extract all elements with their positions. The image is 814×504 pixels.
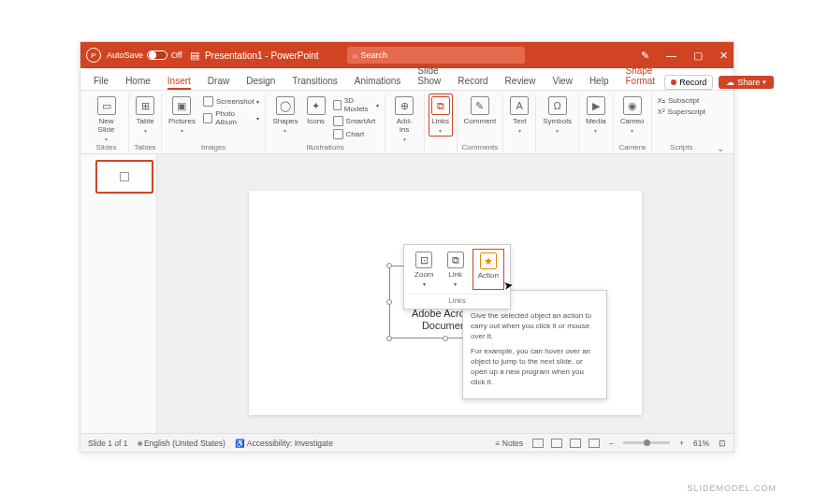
autosave-label: AutoSave (107, 50, 143, 60)
shapes-button[interactable]: ◯Shapes▾ (269, 94, 300, 134)
slide-thumbnail-1[interactable] (95, 160, 153, 194)
thumbnail-pane[interactable]: 1 (80, 154, 157, 433)
toggle-switch[interactable] (147, 50, 167, 60)
table-button[interactable]: ⊞Table▾ (133, 94, 157, 134)
symbols-button[interactable]: ΩSymbols▾ (540, 94, 574, 134)
media-button[interactable]: ▶Media▾ (583, 94, 609, 134)
view-buttons (532, 439, 600, 448)
tab-transitions[interactable]: Transitions (284, 73, 345, 90)
tooltip-text-1: Give the selected object an action to ca… (471, 310, 599, 341)
search-placeholder: Search (361, 50, 388, 60)
group-camera: ◉Cameo▾ Camera (614, 94, 652, 153)
powerpoint-window: P AutoSave Off ▤ Presentation1 - PowerPo… (80, 41, 734, 453)
app-icon: P (86, 48, 101, 63)
language-indicator[interactable]: ⎈ English (United States) (138, 439, 225, 448)
pictures-button[interactable]: ▣Pictures▾ (166, 94, 198, 134)
slideshow-view-button[interactable] (589, 439, 600, 448)
screenshot-button[interactable]: Screenshot▾ (201, 95, 261, 108)
maximize-button[interactable]: ▢ (693, 50, 703, 62)
ribbon-collapse-button[interactable]: ⌄ (711, 143, 730, 153)
group-illustrations: ◯Shapes▾ ✦Icons 3D Models▾ SmartArt Char… (266, 94, 385, 153)
slide-count[interactable]: Slide 1 of 1 (88, 439, 128, 448)
zoom-slider[interactable] (623, 441, 670, 444)
group-tables: ⊞Table▾ Tables (129, 94, 162, 153)
3dmodels-button[interactable]: 3D Models▾ (331, 95, 381, 114)
subscript-button[interactable]: X₂Subscript (656, 95, 707, 106)
text-button[interactable]: AText▾ (507, 94, 531, 134)
accessibility-indicator[interactable]: ♿ Accessibility: Investigate (235, 439, 333, 448)
icons-button[interactable]: ✦Icons (304, 94, 328, 125)
links-button[interactable]: ⧉Links▾ (429, 94, 453, 137)
resize-handle[interactable] (386, 336, 392, 341)
autosave-state: Off (171, 50, 182, 60)
search-icon: ⌕ (353, 50, 357, 60)
sorter-view-button[interactable] (551, 439, 562, 448)
minimize-button[interactable]: — (666, 50, 676, 61)
resize-handle[interactable] (443, 336, 448, 341)
tab-file[interactable]: File (86, 73, 116, 90)
link-menu-item[interactable]: ⧉Link▾ (443, 249, 469, 290)
close-button[interactable]: ✕ (720, 50, 728, 62)
share-button[interactable]: ☁Share▾ (719, 76, 774, 89)
save-icon[interactable]: ▤ (190, 50, 199, 62)
tab-draw[interactable]: Draw (200, 73, 237, 90)
tab-help[interactable]: Help (582, 73, 617, 90)
zoom-out-button[interactable]: − (609, 439, 614, 448)
action-menu-item[interactable]: ★Action (472, 249, 504, 290)
ribbon-tabs: File Home Insert Draw Design Transitions… (80, 68, 734, 91)
resize-handle[interactable] (386, 299, 392, 305)
chart-button[interactable]: Chart (331, 128, 381, 140)
tooltip-text-2: For example, you can hover over an objec… (471, 346, 599, 387)
thumb-mini-icon (120, 172, 129, 181)
edit-icon[interactable]: ✎ (641, 50, 649, 62)
ribbon: ▭New Slide▾ Slides ⊞Table▾ Tables ▣Pictu… (80, 91, 734, 154)
smartart-button[interactable]: SmartArt (331, 115, 381, 127)
group-slides: ▭New Slide▾ Slides (84, 94, 129, 153)
tab-slideshow[interactable]: Slide Show (410, 63, 448, 90)
tab-record[interactable]: Record (450, 73, 495, 90)
search-input[interactable]: ⌕ Search (347, 47, 525, 64)
superscript-button[interactable]: X²Superscript (656, 107, 707, 117)
tab-review[interactable]: Review (498, 73, 544, 90)
tab-shape-format[interactable]: Shape Format (618, 63, 662, 90)
tab-view[interactable]: View (545, 73, 580, 90)
new-slide-button[interactable]: ▭New Slide▾ (88, 94, 124, 142)
photo-album-button[interactable]: Photo Album▾ (201, 108, 261, 127)
tab-animations[interactable]: Animations (347, 73, 408, 90)
cameo-button[interactable]: ◉Cameo▾ (618, 94, 647, 134)
zoom-level[interactable]: 61% (693, 439, 709, 448)
group-images: ▣Pictures▾ Screenshot▾ Photo Album▾ Imag… (162, 94, 266, 153)
group-comments: ✎Comment Comments (458, 94, 504, 153)
document-title: Presentation1 - PowerPoint (205, 50, 319, 61)
group-scripts: X₂Subscript X²Superscript Scripts (652, 94, 711, 153)
dropdown-group-label: Links (404, 294, 510, 309)
window-controls: ✎ — ▢ ✕ (641, 50, 728, 62)
tab-design[interactable]: Design (239, 73, 283, 90)
statusbar: Slide 1 of 1 ⎈ English (United States) ♿… (80, 433, 734, 452)
autosave-toggle[interactable]: AutoSave Off (107, 50, 182, 60)
tab-home[interactable]: Home (118, 73, 158, 90)
tab-insert[interactable]: Insert (160, 73, 198, 90)
notes-button[interactable]: ≡ Notes (496, 439, 524, 448)
zoom-in-button[interactable]: + (679, 439, 684, 448)
comment-button[interactable]: ✎Comment (461, 94, 500, 125)
zoom-menu-item[interactable]: ⊡Zoom▾ (410, 249, 438, 290)
fit-button[interactable]: ⊡ (719, 439, 726, 448)
group-text: AText▾ (503, 94, 536, 153)
watermark: SLIDEMODEL.COM (687, 483, 777, 493)
group-media: ▶Media▾ (579, 94, 614, 153)
group-addins: ⊕Add- ins▾ (385, 94, 425, 153)
group-links: ⧉Links▾ (425, 94, 458, 153)
workspace: 1 PDF (80, 154, 734, 433)
links-dropdown: ⊡Zoom▾ ⧉Link▾ ★Action Links (403, 244, 511, 310)
resize-handle[interactable] (386, 263, 392, 268)
reading-view-button[interactable] (570, 439, 581, 448)
normal-view-button[interactable] (532, 439, 544, 448)
addins-button[interactable]: ⊕Add- ins▾ (389, 94, 420, 142)
group-symbols: ΩSymbols▾ (536, 94, 579, 153)
record-button[interactable]: Record (664, 75, 713, 90)
